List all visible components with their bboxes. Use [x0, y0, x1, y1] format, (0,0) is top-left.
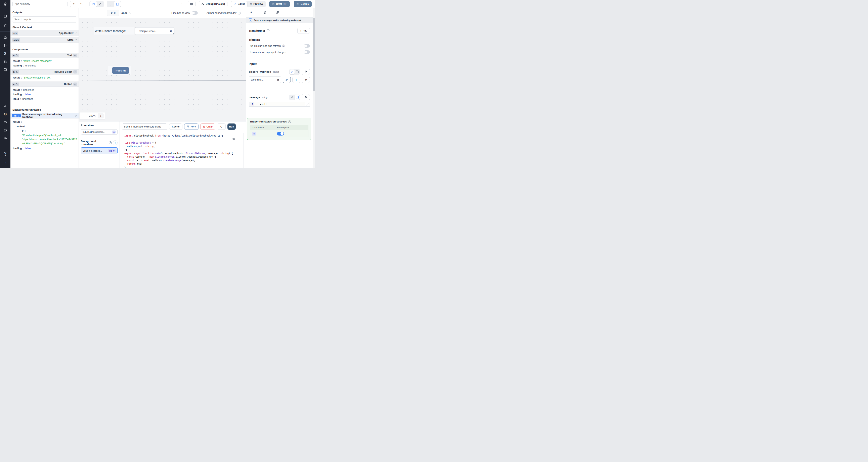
clear-x-icon[interactable]: ×: [277, 78, 279, 81]
state-row[interactable]: state State: [10, 37, 79, 43]
zoom-in-button[interactable]: +: [98, 113, 104, 119]
windmill-logo[interactable]: [0, 0, 10, 9]
run-button[interactable]: Run: [227, 124, 236, 130]
interval-value: once: [121, 11, 127, 14]
edit-resource-pencil-button[interactable]: [283, 77, 291, 83]
add-component-tab[interactable]: +: [249, 8, 254, 16]
draft-button[interactable]: Draft ⌘S: [269, 1, 290, 7]
clear-button[interactable]: Clear: [200, 124, 215, 130]
text-component-a[interactable]: Write Discord message:: [94, 27, 134, 35]
resize-handle[interactable]: [129, 73, 130, 74]
deploy-button[interactable]: Deploy: [294, 1, 312, 7]
search-outputs-input[interactable]: [12, 16, 77, 23]
kv-key: result: [13, 60, 20, 62]
message-expression-editor[interactable]: 1 b.result: [249, 102, 310, 107]
add-resource-button[interactable]: +: [292, 77, 300, 83]
copy-code-icon[interactable]: [232, 138, 235, 140]
resources-cubes-icon[interactable]: [0, 58, 10, 65]
recompute-c-toggle[interactable]: [277, 132, 284, 135]
scrollbar-thumb[interactable]: [313, 18, 315, 91]
recompute-on-change-toggle[interactable]: [304, 51, 310, 54]
info-icon[interactable]: i: [282, 44, 285, 47]
collapse-chevron-up-icon[interactable]: [73, 70, 77, 73]
refresh-resource-button[interactable]: ↻: [302, 77, 310, 83]
collapse-chevron-up-icon[interactable]: [73, 82, 77, 86]
script-name-input[interactable]: [122, 124, 167, 130]
home-icon[interactable]: [0, 34, 10, 41]
connect-plug-icon[interactable]: [302, 94, 310, 100]
expand-editor-icon[interactable]: [305, 102, 309, 106]
edit-pencil-icon[interactable]: [75, 114, 77, 117]
component-b-header[interactable]: b Resource Select: [10, 69, 79, 74]
styling-brush-tab[interactable]: [275, 8, 280, 16]
component-a-header[interactable]: a Text: [10, 53, 79, 58]
eval-input-fx-icon[interactable]: ƒ: [294, 95, 300, 100]
runnable-item-bg0-selected[interactable]: Send a message... bg_0: [81, 147, 118, 154]
bg0-runnable-header[interactable]: bg_0 Send a message to discord using web…: [10, 113, 79, 119]
add-background-runnable-button[interactable]: +: [113, 140, 118, 145]
collapse-chevron-up-icon[interactable]: [73, 54, 77, 57]
fullscreen-icon[interactable]: [97, 1, 103, 7]
code-content: import discordwebhook from "https://deno…: [124, 134, 244, 168]
press-me-button[interactable]: Press me: [112, 67, 129, 74]
variables-dollar-icon[interactable]: $: [0, 50, 10, 57]
tab-editor[interactable]: Editor: [231, 1, 247, 7]
tab-preview[interactable]: ◎ Preview: [247, 1, 265, 7]
collapse-sidebar-arrow-icon[interactable]: →: [0, 158, 10, 166]
refresh-count-button[interactable]: ↻ 0: [107, 10, 119, 16]
help-icon[interactable]: ?: [0, 150, 10, 158]
chevron-down-icon[interactable]: [75, 39, 77, 41]
component-c-header[interactable]: c Button: [10, 81, 79, 87]
chevron-down-icon[interactable]: [75, 32, 77, 34]
hide-bar-toggle[interactable]: [192, 11, 198, 15]
code-editor[interactable]: import discordwebhook from "https://deno…: [122, 133, 244, 168]
eval-input-fx-icon[interactable]: ƒ: [294, 69, 300, 74]
app-canvas[interactable]: Write Discord message: Example resou... …: [79, 18, 246, 121]
redo-button[interactable]: ↷: [78, 1, 85, 7]
reload-script-button[interactable]: ↻: [217, 124, 226, 130]
ctx-row[interactable]: ctx App Context: [10, 30, 79, 36]
kv-key: loading: [13, 147, 22, 150]
static-input-pencil-icon[interactable]: [289, 69, 294, 74]
run-on-start-toggle[interactable]: [304, 44, 310, 47]
debug-runs-button[interactable]: Debug runs (23): [199, 1, 227, 7]
undo-button[interactable]: ↶: [70, 1, 78, 7]
resize-handle[interactable]: [132, 33, 133, 34]
connect-plug-icon[interactable]: [302, 69, 310, 75]
more-menu-kebab-icon[interactable]: ⋮: [180, 1, 184, 7]
button-component-c[interactable]: Press me: [108, 66, 131, 75]
resize-handle[interactable]: [173, 33, 174, 34]
resource-value: u/henri/te...: [251, 78, 264, 81]
center-align-icon[interactable]: [90, 1, 97, 7]
info-icon[interactable]: i: [109, 141, 112, 144]
fork-button[interactable]: Fork: [184, 124, 198, 130]
audit-eye-icon[interactable]: [0, 134, 10, 142]
static-input-pencil-icon[interactable]: [289, 95, 294, 100]
runs-play-icon[interactable]: [0, 41, 10, 49]
info-icon[interactable]: i: [267, 29, 270, 32]
settings-diamonds-tab[interactable]: [262, 8, 268, 16]
users-icon[interactable]: [0, 102, 10, 110]
workers-robot-icon[interactable]: [0, 118, 10, 126]
resource-select-component-b[interactable]: Example resou... ×: [135, 27, 175, 35]
zoom-out-button[interactable]: −: [81, 113, 87, 119]
apps-icon[interactable]: [0, 12, 10, 20]
info-icon[interactable]: i: [288, 120, 291, 123]
app-summary-input[interactable]: [12, 1, 68, 7]
docs-book-icon[interactable]: [188, 1, 195, 7]
interval-dropdown[interactable]: once: [121, 10, 131, 16]
settings-gear-icon[interactable]: ⚙: [0, 110, 10, 118]
add-transformer-button[interactable]: +Add: [298, 28, 310, 34]
clear-x-icon[interactable]: ×: [170, 29, 172, 33]
schedules-calendar-icon[interactable]: [0, 66, 10, 73]
desktop-view-icon[interactable]: [114, 1, 121, 7]
ctx-label: App Context: [59, 32, 73, 35]
runnable-item-c[interactable]: hub/1511/discord/se... c: [81, 129, 118, 134]
cache-button[interactable]: Cache: [169, 124, 182, 130]
vertical-scrollbar[interactable]: [313, 8, 315, 168]
info-icon[interactable]: i: [238, 12, 241, 14]
folders-icon[interactable]: [0, 126, 10, 134]
mobile-view-icon[interactable]: [107, 1, 114, 7]
favorites-star-icon[interactable]: [0, 21, 10, 29]
resource-value-select[interactable]: u/henri/te... ×: [249, 76, 281, 83]
